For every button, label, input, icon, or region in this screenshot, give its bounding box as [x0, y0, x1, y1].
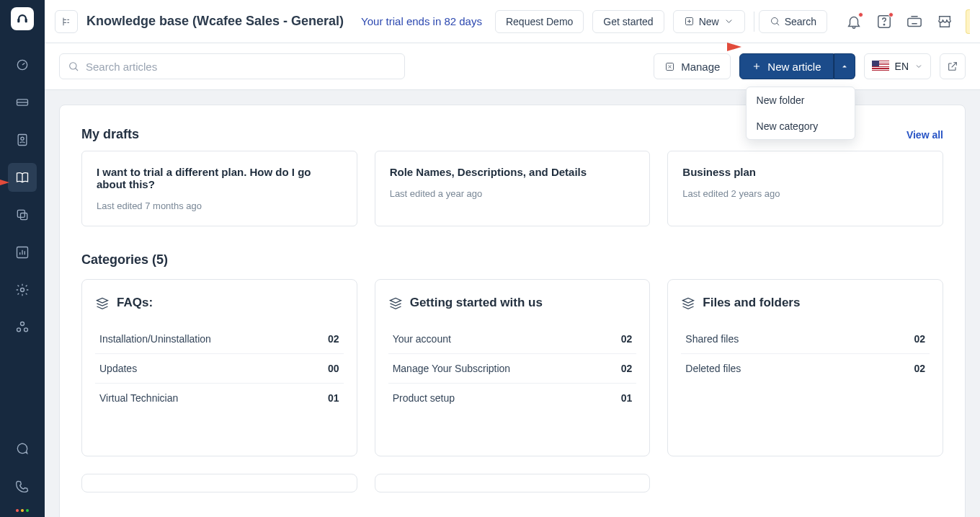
- new-article-splitbutton: New article: [739, 53, 855, 79]
- notifications-icon[interactable]: [842, 9, 866, 34]
- category-folder-item[interactable]: Shared files02: [681, 324, 930, 354]
- svg-point-9: [21, 288, 24, 292]
- category-card: [81, 474, 357, 492]
- category-folder-item[interactable]: Updates00: [95, 354, 344, 384]
- category-stack-icon: [95, 296, 110, 310]
- category-card: FAQs: Installation/Uninstallation02 Upda…: [81, 279, 357, 456]
- category-card: Files and folders Shared files02 Deleted…: [667, 279, 943, 456]
- page-title: Knowledge base (Wcafee Sales - General): [86, 14, 344, 29]
- search-icon: [68, 61, 79, 72]
- svg-point-5: [21, 137, 24, 140]
- category-tree-toggle[interactable]: [55, 10, 78, 33]
- search-articles-input[interactable]: [59, 53, 405, 79]
- menu-new-category[interactable]: New category: [747, 113, 855, 139]
- new-button[interactable]: New: [673, 10, 745, 33]
- draft-card[interactable]: I want to trial a different plan. How do…: [81, 151, 357, 226]
- apps-menu-icon[interactable]: [16, 509, 29, 512]
- nav-team-icon[interactable]: [8, 313, 37, 342]
- drafts-heading: My drafts: [81, 127, 139, 142]
- nav-contacts-icon[interactable]: [8, 125, 37, 154]
- flag-us-icon: [872, 61, 889, 72]
- draft-meta: Last edited 7 months ago: [97, 200, 342, 211]
- new-article-caret-button[interactable]: [834, 53, 855, 79]
- categories-heading: Categories (5): [81, 252, 943, 268]
- nav-phone-icon[interactable]: [8, 472, 37, 500]
- category-folder-item[interactable]: Virtual Technician01: [95, 384, 344, 412]
- request-demo-button[interactable]: Request Demo: [495, 10, 584, 33]
- category-stack-icon: [388, 296, 403, 310]
- nav-knowledge-base-icon[interactable]: [8, 163, 37, 192]
- menu-new-folder[interactable]: New folder: [747, 87, 855, 113]
- trial-notice[interactable]: Your trial ends in 82 days: [361, 15, 482, 27]
- new-article-dropdown-menu: New folder New category: [746, 87, 855, 140]
- side-rail: [0, 0, 45, 517]
- draft-card[interactable]: Role Names, Descriptions, and Details La…: [375, 151, 651, 226]
- svg-point-18: [70, 63, 76, 69]
- global-search-button[interactable]: Search: [759, 10, 827, 33]
- manage-button-label: Manage: [681, 61, 720, 73]
- topbar: Knowledge base (Wcafee Sales - General) …: [45, 0, 980, 43]
- get-started-button[interactable]: Get started: [592, 10, 664, 33]
- category-card: Getting started with us Your account02 M…: [375, 279, 651, 456]
- svg-rect-0: [17, 19, 19, 22]
- category-folder-item[interactable]: Product setup01: [388, 384, 637, 412]
- nav-tickets-icon[interactable]: [8, 88, 37, 117]
- category-folder-item[interactable]: Manage Your Subscription02: [388, 354, 637, 384]
- draft-title: I want to trial a different plan. How do…: [97, 166, 342, 190]
- draft-title: Role Names, Descriptions, and Details: [390, 166, 636, 178]
- new-article-button[interactable]: New article: [739, 53, 833, 79]
- new-article-label: New article: [767, 61, 821, 73]
- nav-settings-icon[interactable]: [8, 275, 37, 304]
- draft-meta: Last edited a year ago: [390, 188, 636, 199]
- nav-dashboard-icon[interactable]: [8, 50, 37, 79]
- category-title: FAQs:: [117, 296, 153, 310]
- svg-rect-7: [21, 213, 27, 220]
- draft-card[interactable]: Business plan Last edited 2 years ago: [667, 151, 943, 226]
- category-card: [375, 474, 651, 492]
- language-selector[interactable]: EN: [864, 53, 931, 79]
- keyboard-icon[interactable]: [902, 9, 927, 34]
- help-badge: [888, 12, 894, 17]
- view-all-drafts-link[interactable]: View all: [906, 129, 943, 141]
- help-icon[interactable]: [872, 9, 896, 34]
- new-button-label: New: [699, 16, 719, 27]
- category-folder-item[interactable]: Your account02: [388, 324, 637, 354]
- category-title: Getting started with us: [410, 296, 543, 310]
- nav-chat-icon[interactable]: [8, 434, 37, 463]
- manage-button[interactable]: Manage: [654, 53, 731, 79]
- svg-rect-17: [908, 18, 921, 26]
- draft-meta: Last edited 2 years ago: [682, 188, 928, 199]
- nav-social-icon[interactable]: [8, 200, 37, 229]
- toolbar: Manage New article New folder: [45, 43, 980, 90]
- marketplace-icon[interactable]: [932, 9, 957, 34]
- category-folder-item[interactable]: Installation/Uninstallation02: [95, 324, 344, 354]
- category-folder-item[interactable]: Deleted files02: [681, 354, 930, 383]
- category-stack-icon: [681, 296, 695, 310]
- svg-point-11: [17, 328, 21, 332]
- svg-point-12: [24, 328, 28, 332]
- notification-badge: [858, 12, 863, 17]
- category-title: Files and folders: [703, 296, 800, 310]
- svg-point-14: [771, 18, 778, 25]
- svg-point-10: [21, 322, 24, 326]
- svg-rect-1: [25, 19, 27, 22]
- brand-logo: [11, 7, 34, 30]
- nav-reports-icon[interactable]: [8, 238, 37, 267]
- language-label: EN: [895, 61, 909, 72]
- announcement-indicator: [966, 9, 970, 34]
- open-portal-button[interactable]: [940, 53, 966, 79]
- svg-point-16: [883, 24, 884, 25]
- global-search-label: Search: [785, 16, 816, 27]
- draft-title: Business plan: [682, 166, 928, 178]
